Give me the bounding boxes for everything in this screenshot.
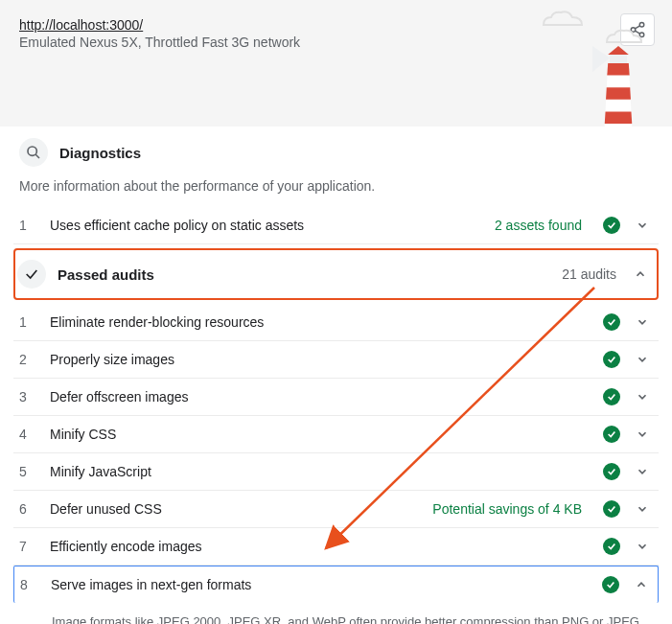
passed-audit-row[interactable]: 4Minify CSS: [13, 416, 659, 453]
group-title: Passed audits: [58, 266, 550, 283]
chevron-up-icon[interactable]: [633, 578, 650, 591]
svg-line-4: [635, 31, 639, 34]
emulation-info: Emulated Nexus 5X, Throttled Fast 3G net…: [19, 35, 653, 50]
passed-audit-row[interactable]: 6Defer unused CSSPotential savings of 4 …: [13, 491, 659, 528]
diagnostic-row[interactable]: 1 Uses efficient cache policy on static …: [13, 207, 659, 244]
passed-audit-row[interactable]: 2Properly size images: [13, 341, 659, 379]
chevron-down-icon[interactable]: [634, 465, 651, 478]
audit-detail: Image formats like JPEG 2000, JPEG XR, a…: [13, 603, 659, 624]
check-icon: [603, 351, 620, 368]
row-hint: 2 assets found: [495, 218, 582, 233]
row-number: 1: [19, 314, 36, 330]
row-label: Efficiently encode images: [50, 539, 590, 554]
check-icon: [603, 313, 620, 331]
check-icon: [602, 576, 619, 593]
row-number: 8: [20, 577, 37, 592]
row-number: 6: [19, 501, 36, 517]
row-label: Minify CSS: [50, 427, 590, 442]
chevron-down-icon[interactable]: [634, 540, 651, 553]
row-number: 3: [19, 389, 36, 404]
share-button[interactable]: [620, 13, 655, 46]
row-label: Eliminate render-blocking resources: [50, 314, 590, 330]
passed-audit-row[interactable]: 5Minify JavaScript: [13, 453, 659, 491]
chevron-down-icon[interactable]: [634, 315, 651, 329]
row-label: Serve images in next-gen formats: [51, 577, 589, 592]
main-content: Diagnostics More information about the p…: [0, 127, 672, 624]
passed-audit-row[interactable]: 1Eliminate render-blocking resources: [13, 304, 659, 341]
row-hint: Potential savings of 4 KB: [432, 501, 582, 517]
row-number: 5: [19, 464, 36, 479]
row-label: Properly size images: [50, 352, 590, 367]
check-icon: [603, 463, 620, 480]
row-number: 7: [19, 539, 36, 554]
svg-line-7: [35, 154, 39, 158]
check-icon: [603, 500, 620, 518]
report-header: http://localhost:3000/ Emulated Nexus 5X…: [0, 0, 672, 127]
chevron-up-icon[interactable]: [632, 267, 649, 281]
row-label: Defer unused CSS: [50, 501, 419, 517]
check-icon: [603, 217, 620, 234]
section-title: Diagnostics: [59, 145, 141, 161]
lighthouse-decoration: [590, 46, 647, 132]
report-url[interactable]: http://localhost:3000/: [19, 17, 653, 33]
chevron-down-icon[interactable]: [634, 353, 651, 366]
row-number: 4: [19, 427, 36, 442]
chevron-down-icon[interactable]: [634, 428, 651, 441]
passed-audit-row[interactable]: 8Serve images in next-gen formats: [13, 566, 659, 603]
detail-text: Image formats like JPEG 2000, JPEG XR, a…: [52, 614, 643, 624]
svg-point-2: [639, 33, 644, 37]
row-label: Defer offscreen images: [50, 389, 590, 404]
passed-audits-list: 1Eliminate render-blocking resources2Pro…: [13, 304, 659, 603]
share-icon: [629, 21, 646, 38]
chevron-down-icon[interactable]: [634, 219, 651, 232]
svg-line-3: [635, 26, 639, 29]
section-description: More information about the performance o…: [13, 173, 659, 207]
row-label: Uses efficient cache policy on static as…: [50, 218, 481, 233]
row-number: 1: [19, 218, 36, 233]
svg-point-0: [639, 23, 644, 28]
row-label: Minify JavaScript: [50, 464, 590, 479]
check-icon: [603, 538, 620, 555]
svg-point-1: [631, 28, 636, 33]
passed-audit-row[interactable]: 3Defer offscreen images: [13, 379, 659, 416]
check-icon: [603, 426, 620, 443]
chevron-down-icon[interactable]: [634, 390, 651, 404]
passed-audits-header[interactable]: Passed audits 21 audits: [13, 248, 659, 300]
chevron-down-icon[interactable]: [634, 502, 651, 516]
diagnostics-header: Diagnostics: [13, 127, 659, 173]
row-number: 2: [19, 352, 36, 367]
svg-point-6: [28, 147, 36, 155]
svg-rect-5: [610, 55, 627, 63]
checkmark-icon: [17, 260, 46, 289]
check-icon: [603, 388, 620, 405]
passed-audit-row[interactable]: 7Efficiently encode images: [13, 528, 659, 566]
search-icon: [19, 138, 48, 167]
group-count: 21 audits: [562, 266, 616, 282]
